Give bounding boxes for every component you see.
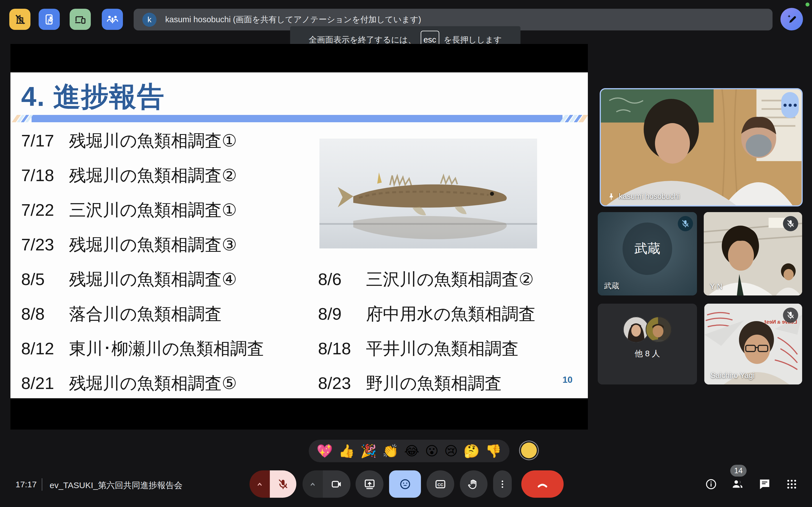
schedule-text: 三沢川の魚類相調査② bbox=[366, 270, 534, 289]
tile-options-button[interactable] bbox=[781, 92, 799, 118]
video-frame bbox=[601, 89, 802, 205]
slide-page-number: 10 bbox=[562, 375, 573, 385]
schedule-text: 残堀川の魚類相調査② bbox=[69, 166, 237, 185]
camera-button[interactable] bbox=[323, 470, 350, 498]
schedule-date: 7/22 bbox=[21, 200, 69, 220]
more-options-button[interactable] bbox=[493, 470, 512, 498]
doc-mic-glyph bbox=[43, 13, 56, 26]
avatar: k bbox=[142, 13, 156, 27]
tile-musashi[interactable]: 武蔵 武蔵 bbox=[598, 212, 697, 295]
devices-icon[interactable] bbox=[70, 9, 91, 30]
captions-icon: CC bbox=[434, 478, 447, 490]
tile-name-label: Saichiro Yagi bbox=[711, 371, 755, 380]
chevron-up-icon bbox=[308, 480, 317, 489]
present-button[interactable] bbox=[356, 470, 384, 498]
schedule-text: 残堀川の魚類相調査④ bbox=[69, 270, 237, 289]
schedule-date: 7/23 bbox=[21, 235, 69, 255]
tile-saichiro-yagi[interactable]: Leave a Nest Saichiro Yagi bbox=[704, 304, 802, 385]
pin-icon bbox=[607, 192, 615, 201]
camera-icon bbox=[331, 478, 343, 490]
meeting-details-button[interactable] bbox=[704, 477, 718, 491]
divider bbox=[42, 478, 42, 491]
google-meet-window: k kasumi hosobuchi (画面を共有してアノテーションを付加してい… bbox=[0, 0, 812, 507]
tile-name-label: kasumi hosobuchi bbox=[607, 192, 680, 201]
schedule-date: 8/18 bbox=[318, 339, 366, 358]
avatar-text: 武蔵 bbox=[635, 240, 660, 258]
tile-others[interactable]: 他 8 人 bbox=[598, 304, 697, 385]
reaction-surprised[interactable]: 😮 bbox=[425, 445, 439, 457]
grid-icon bbox=[786, 478, 798, 490]
chevron-up-icon bbox=[255, 480, 264, 489]
schedule-date: 8/23 bbox=[318, 374, 366, 393]
avatar bbox=[645, 316, 672, 343]
reaction-clap[interactable]: 👏 bbox=[382, 445, 398, 457]
participants-button[interactable] bbox=[731, 477, 744, 491]
participant-count-badge: 14 bbox=[730, 465, 747, 476]
status-dot bbox=[806, 3, 809, 6]
annotation-pen-button[interactable] bbox=[780, 8, 803, 31]
schedule-row: 8/12東川･柳瀬川の魚類相調査 bbox=[21, 337, 264, 360]
mic-mute-button[interactable] bbox=[270, 470, 296, 498]
reaction-cry[interactable]: 😢 bbox=[444, 445, 458, 457]
reactions-bar: 💖 👍 🎉 👏 😂 😮 😢 🤔 👎 bbox=[309, 440, 509, 462]
schedule-text: 落合川の魚類相調査 bbox=[69, 304, 221, 323]
reaction-laugh[interactable]: 😂 bbox=[404, 445, 419, 457]
tile-name-label: Y N bbox=[710, 282, 723, 291]
raise-hand-button[interactable] bbox=[460, 470, 488, 498]
schedule-date: 8/21 bbox=[21, 374, 69, 393]
devices-glyph bbox=[74, 13, 87, 26]
schedule-row: 8/8落合川の魚類相調査 bbox=[21, 303, 221, 326]
participant-name: kasumi hosobuchi bbox=[619, 192, 680, 201]
reactions-toggle-button[interactable] bbox=[389, 470, 421, 498]
screen-share-banner-text: kasumi hosobuchi (画面を共有してアノテーションを付加しています… bbox=[165, 14, 421, 25]
meeting-title: ev_TASUKI_第六回共同進捗報告会 bbox=[50, 480, 183, 491]
schedule-date: 7/17 bbox=[21, 131, 69, 151]
reaction-party[interactable]: 🎉 bbox=[360, 445, 376, 457]
schedule-text: 三沢川の魚類相調査① bbox=[69, 201, 237, 219]
fish-photo bbox=[319, 138, 537, 248]
people-icon bbox=[731, 478, 744, 491]
chat-icon bbox=[758, 478, 771, 490]
reaction-thumbs-up[interactable]: 👍 bbox=[339, 445, 355, 457]
schedule-text: 残堀川の魚類相調査⑤ bbox=[69, 374, 237, 393]
doc-mic-icon[interactable] bbox=[39, 9, 60, 30]
schedule-text: 野川の魚類相調査 bbox=[366, 374, 502, 393]
schedule-row: 8/18平井川の魚類相調査 bbox=[318, 337, 518, 360]
schedule-row: 7/18残堀川の魚類相調査② bbox=[21, 164, 237, 187]
reaction-thumbs-down[interactable]: 👎 bbox=[485, 445, 501, 457]
schedule-text: 府中用水の魚類相調査 bbox=[366, 304, 536, 323]
captions-button[interactable]: CC bbox=[426, 470, 454, 498]
activities-button[interactable] bbox=[785, 477, 799, 491]
people-mic-glyph bbox=[106, 13, 119, 26]
schedule-date: 7/18 bbox=[21, 166, 69, 185]
building-off-glyph bbox=[13, 13, 27, 26]
tile-kasumi-hosobuchi[interactable]: kasumi hosobuchi bbox=[600, 88, 803, 207]
schedule-row: 7/17残堀川の魚類相調査① bbox=[21, 129, 237, 152]
hand-icon bbox=[467, 478, 480, 490]
schedule-text: 東川･柳瀬川の魚類相調査 bbox=[69, 339, 264, 358]
reaction-thinking[interactable]: 🤔 bbox=[463, 445, 479, 457]
reaction-heart[interactable]: 💖 bbox=[317, 445, 333, 457]
schedule-row: 8/21残堀川の魚類相調査⑤ bbox=[21, 372, 237, 395]
schedule-date: 8/8 bbox=[21, 304, 69, 324]
building-off-icon[interactable] bbox=[9, 9, 31, 30]
schedule-date: 8/6 bbox=[318, 270, 366, 289]
mic-options-button[interactable] bbox=[250, 470, 270, 498]
participant-name: Saichiro Yagi bbox=[711, 371, 755, 380]
mic-off-icon bbox=[783, 307, 798, 323]
schedule-row: 8/23野川の魚類相調査 bbox=[318, 372, 502, 395]
others-avatars: 他 8 人 bbox=[598, 316, 697, 359]
schedule-date: 8/12 bbox=[21, 339, 69, 358]
pen-sparkle-icon bbox=[785, 13, 798, 25]
people-mic-icon[interactable] bbox=[102, 9, 123, 30]
schedule-row: 8/6三沢川の魚類相調査② bbox=[318, 268, 534, 291]
participant-name: 武蔵 bbox=[604, 281, 619, 291]
tile-yn[interactable]: Y N bbox=[704, 212, 802, 295]
camera-options-button[interactable] bbox=[303, 470, 323, 498]
chat-button[interactable] bbox=[758, 477, 771, 491]
slide-title: 4. 進捗報告 bbox=[21, 78, 165, 115]
presentation-slide: 4. 進捗報告 7/17残堀川の魚類相調査① 7/18残堀川の魚類相調査② 7/… bbox=[10, 72, 588, 398]
slide-title-underline bbox=[32, 115, 562, 122]
skin-tone-button[interactable] bbox=[521, 443, 537, 458]
end-call-button[interactable] bbox=[521, 470, 564, 498]
